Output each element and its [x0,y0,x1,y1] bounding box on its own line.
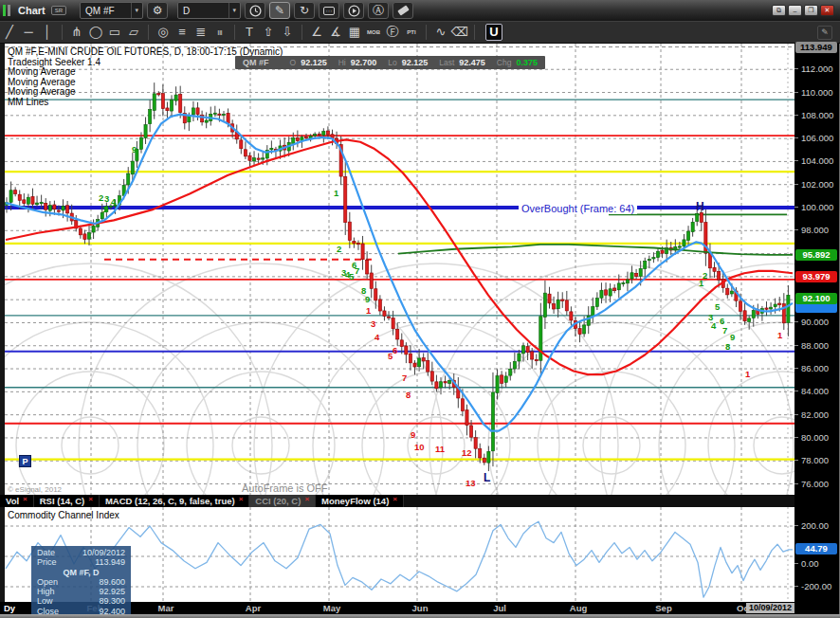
scale-edit-icon[interactable]: ✎ [817,26,832,40]
price-tick: 80.000 [801,432,829,443]
close-tab-icon[interactable]: × [88,495,93,503]
quote-field-label: Lo [388,58,396,67]
price-tick: 102.000 [801,179,833,190]
rectangle-icon[interactable]: ▭ [105,22,124,43]
symbol-search-icon[interactable]: ⚙ [147,2,168,19]
tooltip-row: Date10/09/2012 [37,548,125,557]
symbol-combo[interactable]: QM #F ▾ [80,2,143,19]
quote-field-value: 0.375 [516,58,538,67]
pitchfork-icon[interactable]: ⋔ [67,22,86,43]
svg-text:1: 1 [366,305,372,316]
swing-high-marker: H [696,200,704,213]
swing-low-marker: L [484,471,490,484]
svg-text:9: 9 [132,144,137,154]
gann-fan-icon[interactable]: ∡ [326,22,345,43]
tab-rsi[interactable]: RSI (14, C)× [34,495,100,507]
interval-axis-label: Dy [4,603,15,613]
refresh-icon[interactable]: ↻ [294,2,315,19]
svg-text:3: 3 [104,193,109,204]
interval-combo[interactable]: D ▾ [177,2,241,19]
price-tick: 90.000 [801,317,829,327]
u-magnet-icon[interactable]: U [485,24,502,41]
tooltip-symbol-row: QM #F, D [37,568,125,577]
svg-text:7: 7 [402,373,407,383]
tooltip-row: Price113.949 [37,557,125,567]
link-indicator2-icon [8,5,10,16]
close-tab-icon[interactable]: × [393,495,397,503]
crosshair-date-badge: 10/09/2012 [746,603,794,613]
chevron-down-icon[interactable]: ▾ [131,3,143,18]
tooltip-row: High92.925 [37,587,125,596]
fib-circles-icon[interactable]: ◎ [154,22,173,43]
quote-field-label: Hi [338,58,346,67]
close-tab-icon[interactable]: × [23,495,27,503]
title-bar: Chart SR QM #F ▾ ⚙ D ▾ ✎ ↻ ⋯ Ⓐ ⧉–❐✕ [0,0,840,21]
indicator-tabbar: Vol×RSI (14, C)×MACD (12, 26, C, 9, fals… [0,495,794,507]
close-tab-icon[interactable]: × [239,495,244,503]
fib-extension-icon[interactable]: ≣ [192,22,210,43]
chart-badge: SR [51,6,66,15]
study-label-mmlines: MM Lines [8,98,283,108]
trend-angle-icon[interactable]: ∠ [307,22,326,43]
tab-cci[interactable]: CCI (20, C)× [249,495,316,507]
channel-icon[interactable]: ▱ [124,22,143,43]
fib-retracement-icon[interactable]: ≡ [173,22,192,43]
data-tooltip: Date10/09/2012Price113.949QM #F, DOpen89… [31,546,131,614]
svg-text:9: 9 [730,332,735,342]
svg-text:1: 1 [777,330,783,340]
quote-bubble-icon[interactable]: ⋯ [319,2,339,19]
month-label-jul: Jul [493,603,506,613]
month-label-mar: Mar [158,603,174,613]
close-button[interactable]: ✕ [820,5,834,16]
mob-tool-icon[interactable]: MOB [364,22,383,43]
tab-moneyflow[interactable]: MoneyFlow (14)× [316,495,404,507]
arrow-up-icon[interactable]: ⇧ [259,22,278,43]
svg-text:2: 2 [703,270,707,281]
maximize-button[interactable]: ❐ [804,5,818,16]
svg-text:3: 3 [371,318,375,329]
grid-tool-icon[interactable]: ▦ [345,22,364,43]
ellipse-icon[interactable]: ◯ [86,22,105,43]
svg-text:12: 12 [462,447,472,458]
zigzag-icon[interactable]: ∿ [431,22,450,43]
tooltip-row: Open89.600 [37,577,125,587]
price-tick: 82.000 [801,409,829,420]
eraser-tool-icon[interactable]: ⌫ [450,22,469,43]
play-icon[interactable] [343,2,364,19]
chevron-down-icon[interactable]: ▾ [228,3,241,18]
close-tab-icon[interactable]: × [304,495,309,503]
tab-vol[interactable]: Vol× [0,495,34,507]
svg-text:2: 2 [99,192,103,203]
toolbar-separator [148,25,149,40]
chart-layers: 1234912345678912345678913456789101112131… [5,44,794,495]
svg-text:2: 2 [337,244,341,254]
marker-eraser-icon[interactable] [393,2,413,19]
window-title: Chart [18,5,46,16]
restore-button[interactable]: ⧉ [772,5,786,16]
price-tick: 84.000 [801,386,829,396]
toolbar-separator [234,25,235,40]
price-tick: 110.000 [801,87,833,98]
text-tool-icon[interactable]: T [240,22,259,43]
svg-text:13: 13 [466,478,476,488]
price-axis[interactable]: 112.000110.000108.000106.000104.000102.0… [794,44,838,602]
trendline-icon[interactable]: ╱ [0,22,19,43]
svg-text:4: 4 [711,320,717,331]
vertical-line-icon[interactable]: │ [38,22,57,43]
alerts-a-icon[interactable]: Ⓐ [368,2,389,19]
horizontal-line-icon[interactable]: ─ [19,22,38,43]
minimize-button[interactable]: – [788,5,802,16]
draw-pencil-icon[interactable]: ✎ [269,2,290,19]
main-chart-panel[interactable]: 1234912345678912345678913456789101112131… [5,44,794,495]
study-label-ma: Moving Average [8,87,283,98]
arrow-down-icon[interactable]: ⇩ [278,22,297,43]
quote-field-value: 92.125 [402,58,429,67]
quote-field-label: Chg [497,58,512,67]
interval-clock-icon[interactable] [245,2,265,19]
fib-f-icon[interactable]: Ⓕ [383,22,402,43]
tab-macd[interactable]: MACD (12, 26, C, 9, false, true)× [100,495,249,507]
fib-timezones-icon[interactable]: ||| [210,22,229,43]
pti-tool-icon[interactable]: PTI [402,22,421,43]
toolbar-separator [474,25,475,40]
quote-field-label: O [290,58,297,67]
